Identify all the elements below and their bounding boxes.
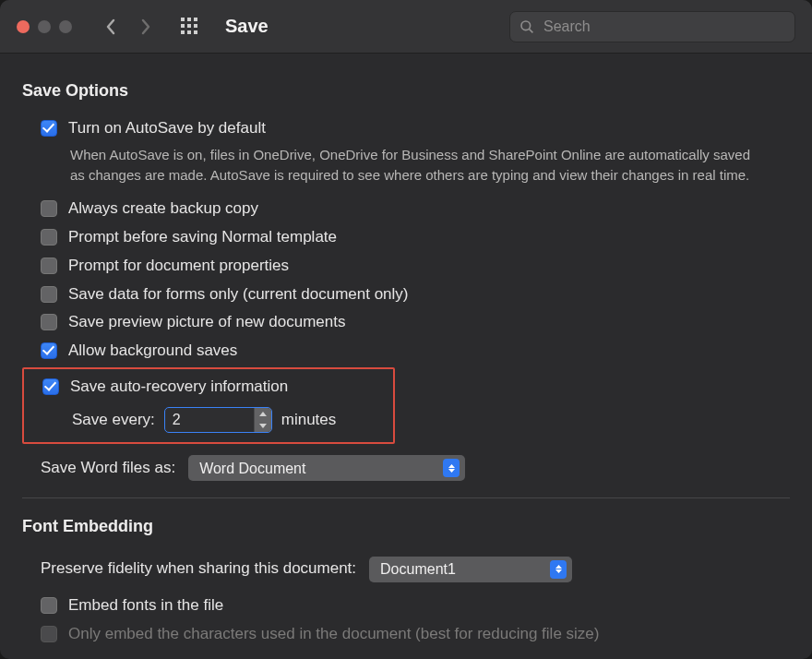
background-saves-label: Allow background saves (68, 341, 237, 362)
toolbar: Save (0, 0, 812, 54)
svg-marker-3 (259, 424, 267, 428)
save-every-row: Save every: minutes (24, 401, 393, 433)
stepper-down-button[interactable] (255, 420, 271, 432)
preserve-fidelity-value: Document1 (380, 559, 456, 580)
popup-arrows-icon (443, 459, 460, 477)
svg-marker-6 (555, 565, 562, 569)
prompt-props-option[interactable]: Prompt for document properties (22, 252, 790, 281)
back-button[interactable] (102, 18, 120, 36)
backup-copy-option[interactable]: Always create backup copy (22, 195, 790, 223)
svg-marker-7 (555, 569, 562, 573)
forms-only-option[interactable]: Save data for forms only (current docume… (22, 281, 790, 309)
stepper-up-button[interactable] (255, 408, 271, 420)
show-all-button[interactable] (181, 18, 199, 36)
minimize-window-button[interactable] (38, 20, 51, 33)
subset-fonts-label: Only embed the characters used in the do… (68, 624, 599, 645)
autorecover-option[interactable]: Save auto-recovery information (24, 373, 393, 401)
save-options-heading: Save Options (22, 79, 790, 102)
search-icon (519, 19, 534, 34)
prompt-props-label: Prompt for document properties (68, 256, 289, 277)
preview-picture-label: Save preview picture of new documents (68, 312, 346, 333)
window-controls (17, 20, 72, 33)
background-saves-option[interactable]: Allow background saves (22, 337, 790, 365)
prompt-normal-label: Prompt before saving Normal template (68, 227, 337, 248)
autorecover-label: Save auto-recovery information (70, 377, 288, 398)
prompt-props-checkbox[interactable] (41, 258, 57, 274)
autosave-checkbox[interactable] (41, 120, 57, 137)
search-input[interactable] (542, 18, 785, 36)
svg-line-1 (529, 29, 532, 32)
preserve-fidelity-popup[interactable]: Document1 (369, 557, 572, 582)
preview-picture-option[interactable]: Save preview picture of new documents (22, 308, 790, 337)
preferences-body: Save Options Turn on AutoSave by default… (0, 54, 812, 659)
stepper-buttons (254, 408, 271, 432)
forward-button[interactable] (137, 18, 155, 36)
save-every-stepper[interactable] (164, 407, 272, 433)
chevron-left-icon (105, 18, 116, 35)
embed-fonts-label: Embed fonts in the file (68, 595, 223, 617)
section-divider (22, 497, 790, 498)
forms-only-checkbox[interactable] (41, 286, 57, 303)
font-embedding-heading: Font Embedding (22, 515, 790, 537)
save-every-label: Save every: (72, 410, 155, 431)
chevron-right-icon (140, 18, 151, 35)
preview-picture-checkbox[interactable] (41, 314, 57, 330)
svg-marker-2 (259, 412, 267, 416)
embed-fonts-checkbox[interactable] (41, 597, 57, 614)
save-every-unit: minutes (281, 410, 337, 431)
autosave-description: When AutoSave is on, files in OneDrive, … (22, 143, 790, 195)
preserve-fidelity-row: Preserve fidelity when sharing this docu… (22, 551, 790, 582)
embed-fonts-option[interactable]: Embed fonts in the file (22, 592, 790, 620)
subset-fonts-option: Only embed the characters used in the do… (22, 620, 790, 649)
caret-up-icon (259, 412, 267, 416)
save-files-as-row: Save Word files as: Word Document (22, 449, 790, 481)
forms-only-label: Save data for forms only (current docume… (68, 284, 409, 306)
preserve-fidelity-label: Preserve fidelity when sharing this docu… (41, 558, 356, 580)
close-window-button[interactable] (17, 20, 30, 33)
backup-copy-checkbox[interactable] (41, 200, 57, 217)
autosave-label: Turn on AutoSave by default (68, 118, 266, 139)
svg-point-0 (521, 21, 531, 30)
preferences-window: Save Save Options Turn on AutoSave by de… (0, 0, 812, 659)
prompt-normal-option[interactable]: Prompt before saving Normal template (22, 223, 790, 252)
save-files-as-value: Word Document (199, 459, 305, 479)
caret-down-icon (259, 424, 267, 428)
page-title: Save (225, 16, 269, 37)
prompt-normal-checkbox[interactable] (41, 229, 57, 246)
nav-arrows (102, 18, 155, 36)
subset-fonts-checkbox (41, 626, 57, 642)
svg-marker-5 (448, 469, 455, 473)
background-saves-checkbox[interactable] (41, 342, 57, 359)
save-every-input[interactable] (165, 408, 254, 432)
autorecover-highlight: Save auto-recovery information Save ever… (22, 367, 395, 444)
svg-marker-4 (448, 464, 455, 468)
autosave-option[interactable]: Turn on AutoSave by default (22, 114, 790, 143)
zoom-window-button[interactable] (59, 20, 72, 33)
save-files-as-label: Save Word files as: (41, 458, 175, 479)
search-field[interactable] (509, 11, 795, 42)
popup-arrows-icon (550, 560, 567, 579)
backup-copy-label: Always create backup copy (68, 198, 258, 220)
save-files-as-popup[interactable]: Word Document (188, 455, 465, 481)
autorecover-checkbox[interactable] (42, 378, 59, 395)
